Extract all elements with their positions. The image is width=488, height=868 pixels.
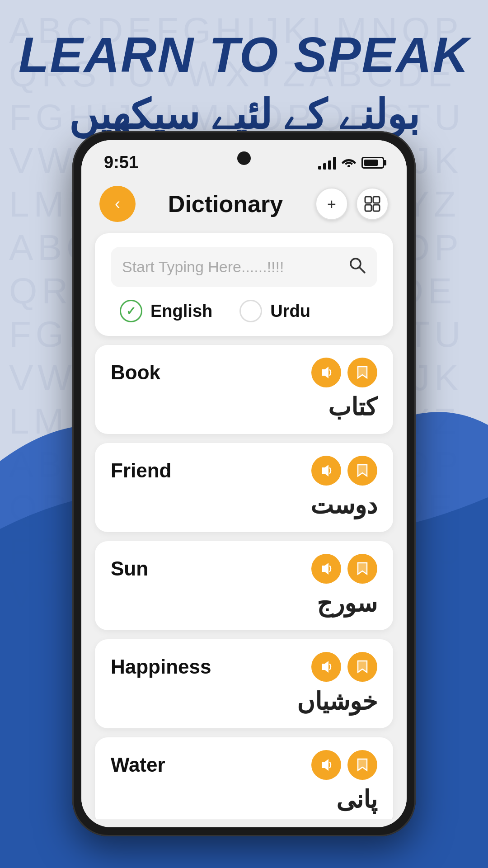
svg-line-6 [359,267,365,273]
app-header: ‹ Dictionary + [81,177,407,233]
urdu-word: خوشیاں [111,687,377,716]
search-section: Start Typing Here......!!!! English Urdu [95,233,393,336]
title-area: LEARN TO SPEAK بولنے کے لئیے سیکھیں [0,27,488,143]
audio-button[interactable] [311,456,341,486]
status-time: 9:51 [104,153,138,172]
card-actions [311,750,377,780]
bookmark-button[interactable] [347,554,377,584]
search-placeholder-text: Start Typing Here......!!!! [122,258,348,276]
camera-dot [237,151,251,165]
svg-marker-10 [322,661,328,673]
app-content: ‹ Dictionary + Start Typing Here......!!… [81,177,407,819]
language-option-english[interactable]: English [120,300,212,322]
svg-marker-8 [322,465,328,476]
english-word: Happiness [111,656,211,678]
signal-bar-3 [328,160,331,170]
urdu-radio[interactable] [239,300,262,322]
svg-marker-9 [322,563,328,575]
audio-button[interactable] [311,554,341,584]
english-label: English [150,302,212,321]
card-header: Happiness [111,652,377,682]
english-word: Sun [111,557,148,580]
card-actions [311,456,377,486]
bookmark-button[interactable] [347,358,377,387]
language-option-urdu[interactable]: Urdu [239,300,310,322]
header-title: Dictionary [168,190,283,217]
svg-rect-3 [365,205,371,211]
add-button[interactable]: + [315,188,348,220]
search-bar: Start Typing Here......!!!! [111,247,377,287]
card-header: Friend [111,456,377,486]
dict-card: Friend دوست [95,443,393,532]
signal-bar-2 [323,163,326,170]
english-word: Friend [111,459,171,482]
urdu-word: سورج [111,589,377,618]
urdu-word: پانی [111,785,377,814]
urdu-label: Urdu [270,302,310,321]
settings-button[interactable] [356,188,389,220]
card-actions [311,358,377,387]
signal-bar-1 [318,166,321,170]
battery-fill [364,160,378,166]
battery-icon [361,157,384,169]
dictionary-list: Book کتاب Friend [81,345,407,819]
phone-screen: 9:51 ‹ Dictionary [81,140,407,827]
svg-point-0 [347,165,350,167]
svg-rect-2 [373,197,380,203]
search-icon[interactable] [348,256,366,278]
header-actions: + [315,188,389,220]
bookmark-button[interactable] [347,456,377,486]
bookmark-button[interactable] [347,750,377,780]
svg-rect-4 [373,205,380,211]
dict-card: Water پانی [95,737,393,819]
audio-button[interactable] [311,750,341,780]
card-header: Water [111,750,377,780]
dict-card: Book کتاب [95,345,393,434]
english-radio[interactable] [120,300,142,322]
phone-frame: 9:51 ‹ Dictionary [72,131,416,836]
wifi-icon [342,155,356,170]
camera-notch [226,140,262,176]
urdu-word: کتاب [111,393,377,421]
dict-card: Sun سورج [95,541,393,630]
card-actions [311,554,377,584]
card-header: Sun [111,554,377,584]
bookmark-button[interactable] [347,652,377,682]
signal-bar-4 [333,157,336,170]
audio-button[interactable] [311,358,341,387]
title-english: LEARN TO SPEAK [0,27,488,82]
card-actions [311,652,377,682]
english-word: Book [111,361,160,384]
status-icons [318,155,384,170]
dict-card: Happiness خوشیاں [95,639,393,728]
svg-marker-11 [322,759,328,771]
urdu-word: دوست [111,491,377,519]
svg-marker-7 [322,367,328,378]
svg-rect-1 [365,197,371,203]
back-button[interactable]: ‹ [99,186,136,222]
audio-button[interactable] [311,652,341,682]
language-toggle: English Urdu [111,300,377,322]
signal-bars-icon [318,156,336,170]
english-word: Water [111,754,165,776]
card-header: Book [111,358,377,387]
